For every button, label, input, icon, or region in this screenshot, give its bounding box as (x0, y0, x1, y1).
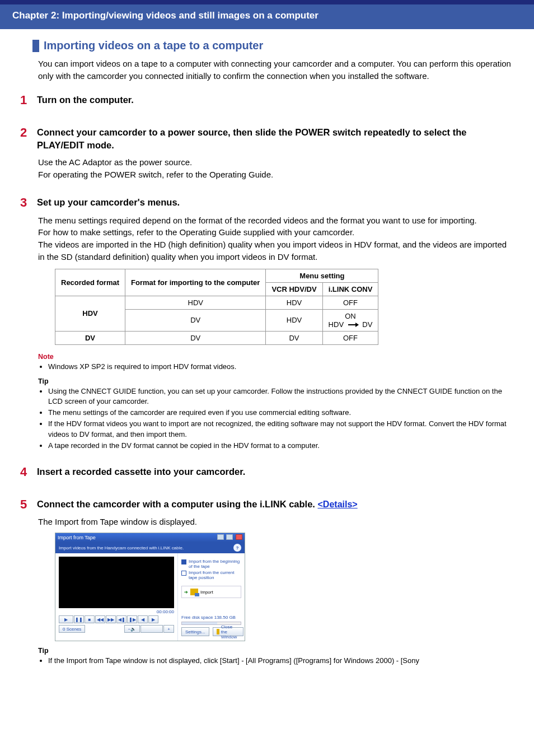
minimize-icon (217, 534, 224, 540)
mock-subheader-text: Import videos from the Handycam connecte… (59, 545, 184, 550)
mock-settings-button: Settings... (181, 627, 209, 636)
mock-timecode: 00:00:00 (59, 608, 174, 615)
vol-down-icon: −🔈 (124, 625, 140, 633)
stop-icon: ■ (85, 615, 95, 623)
tip-list: Using the CNNECT GUIDE function, you can… (38, 386, 515, 451)
arrow-right-icon: ➔ (184, 590, 188, 595)
mock-option-label: Import from the beginning of the tape (189, 559, 241, 569)
cell-ilink: OFF (322, 296, 378, 309)
ilink-from: HDV (329, 320, 344, 329)
step-number: 4 (20, 465, 37, 479)
import-from-tape-window-mock: Import from Tape Import videos from the … (55, 533, 245, 641)
step-1: 1 Turn on the computer. (38, 94, 515, 107)
radio-icon (181, 559, 186, 564)
mock-close-button: Close the Window (213, 627, 243, 636)
mock-transport-controls: ▶ ❚❚ ■ ◀◀ ▶▶ ◀❚ ❚▶ ◀ ▶ (59, 615, 174, 623)
step-body: The menu settings required depend on the… (38, 214, 515, 263)
maximize-icon (226, 534, 233, 540)
cell-vcr: HDV (266, 296, 322, 309)
step-5: 5 Connect the camcorder with a computer … (38, 498, 515, 666)
mock-close-label: Close the Window (221, 624, 240, 640)
mock-titlebar: Import from Tape (55, 533, 245, 542)
tip-label: Tip (38, 377, 515, 385)
step-4: 4 Insert a recorded cassette into your c… (38, 465, 515, 479)
step-heading-text: Connect the camcorder with a computer us… (37, 499, 318, 509)
pause-icon: ❚❚ (74, 615, 84, 623)
list-item: If the HDV format videos you want to imp… (48, 419, 515, 439)
fast-forward-icon: ▶▶ (106, 615, 116, 623)
format-table: Recorded format Format for importing to … (55, 269, 378, 345)
mock-option-begin: Import from the beginning of the tape (181, 559, 241, 569)
list-item: Using the CNNECT GUIDE function, you can… (48, 386, 515, 407)
step-body: Use the AC Adaptor as the power source. … (38, 156, 515, 181)
frame-back-icon: ◀❚ (116, 615, 127, 623)
cell-recorded: HDV (55, 296, 125, 331)
mock-window-title: Import from Tape (58, 535, 96, 540)
th-vcr-hdvdv: VCR HDV/DV (266, 282, 322, 296)
arrow-right-icon (348, 324, 358, 325)
mock-import-label: Import (200, 590, 213, 595)
ilink-on: ON (345, 312, 356, 320)
cell-ilink: OFF (322, 331, 378, 344)
cell-format: DV (125, 309, 266, 331)
play-icon: ▶ (59, 615, 73, 623)
list-item: If the Import from Tape window is not di… (48, 656, 515, 666)
ilink-conversion: HDV DV (329, 320, 373, 329)
step-heading: Connect the camcorder with a computer us… (37, 498, 358, 511)
mock-subheader: Import videos from the Handycam connecte… (55, 542, 245, 553)
page-title-row: Importing videos on a tape to a computer (32, 39, 515, 52)
slow-back-icon: ◀ (138, 615, 148, 623)
vol-slider (140, 625, 163, 633)
th-format-import: Format for importing to the computer (125, 269, 266, 296)
rewind-icon: ◀◀ (95, 615, 105, 623)
list-item: A tape recorded in the DV format cannot … (48, 441, 515, 451)
intro-paragraph: You can import videos on a tape to a com… (38, 58, 515, 82)
th-menu-setting: Menu setting (266, 269, 378, 282)
window-top-border (0, 0, 534, 4)
title-accent-bar (32, 40, 39, 52)
cell-format: HDV (125, 296, 266, 309)
radio-icon (181, 571, 186, 576)
cell-ilink: ON HDV DV (322, 309, 378, 331)
folder-film-icon (190, 589, 198, 595)
step-number: 1 (20, 94, 37, 107)
frame-fwd-icon: ❚▶ (127, 615, 137, 623)
list-item: The menu settings of the camcorder are r… (48, 408, 515, 418)
page-title: Importing videos on a tape to a computer (44, 39, 263, 52)
help-icon: ? (233, 544, 241, 552)
step-body: The Import from Tape window is displayed… (38, 516, 515, 528)
th-ilink-conv: i.LINK CONV (322, 282, 378, 296)
step-heading: Insert a recorded cassette into your cam… (37, 465, 245, 478)
cell-format: DV (125, 331, 266, 344)
cell-vcr: DV (266, 331, 322, 344)
step-number: 3 (20, 196, 37, 209)
mock-video-preview (59, 557, 174, 608)
cell-vcr: HDV (266, 309, 322, 331)
step-2: 2 Connect your camcorder to a power sour… (38, 126, 515, 181)
mock-option-label: Import from the current tape position (189, 570, 241, 580)
mock-scene-count: 0 Scenes (59, 625, 85, 633)
list-item: Windows XP SP2 is required to import HDV… (48, 362, 515, 372)
step-number: 2 (20, 126, 37, 139)
cell-recorded: DV (55, 331, 125, 344)
th-recorded-format: Recorded format (55, 269, 125, 296)
mock-import-button: ➔ Import (181, 586, 241, 598)
tip-list: If the Import from Tape window is not di… (38, 656, 515, 666)
note-label: Note (38, 353, 515, 361)
step-3: 3 Set up your camcorder's menus. The men… (38, 196, 515, 451)
close-icon (236, 534, 242, 540)
mock-option-current: Import from the current tape position (181, 570, 241, 580)
tip-label: Tip (38, 647, 515, 655)
ilink-to: DV (362, 320, 372, 329)
table-row: DV DV DV OFF (55, 331, 378, 344)
details-link[interactable]: <Details> (318, 500, 358, 509)
chapter-header: Chapter 2: Importing/viewing videos and … (0, 4, 534, 29)
step-heading: Set up your camcorder's menus. (37, 196, 180, 209)
mock-window-controls (216, 534, 242, 541)
slow-fwd-icon: ▶ (148, 615, 158, 623)
exit-icon (217, 629, 219, 634)
step-heading: Connect your camcorder to a power source… (37, 126, 515, 152)
page-content: Importing videos on a tape to a computer… (0, 29, 534, 678)
mock-free-space: Free disk space 138.50 GB (181, 615, 241, 620)
table-row: HDV HDV HDV OFF (55, 296, 378, 309)
